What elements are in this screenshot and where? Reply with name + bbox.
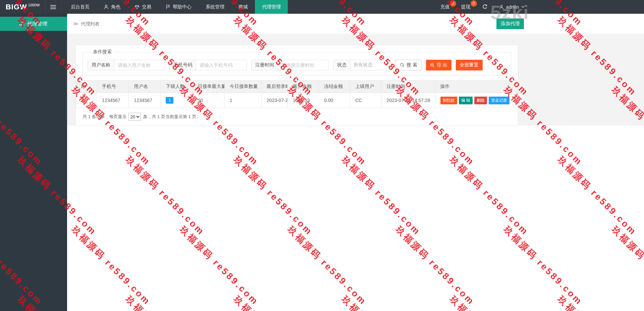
table-header-row: ID 手机号 用户名 下级人数 日接单最大量 今日接单数量 最后登录时... 账… xyxy=(76,81,518,93)
search-icon xyxy=(400,63,405,67)
person-icon xyxy=(104,4,109,9)
username-input[interactable] xyxy=(114,60,165,70)
flag-icon xyxy=(165,4,170,9)
top-navbar: BIGW1000W 后台首页 角色 交易 帮助中心 系统管理 商城 代理管理 充… xyxy=(0,0,644,14)
cell-reg-time: 2023-07-21 14:57:28 xyxy=(381,93,435,108)
col-today-orders: 今日接单数量 xyxy=(224,81,261,93)
pagination: 共 1 条记录，每页显示 20 条，共 1 页当前显示第 1 页。 xyxy=(83,113,511,121)
agent-table: ID 手机号 用户名 下级人数 日接单最大量 今日接单数量 最后登录时... 账… xyxy=(76,80,518,108)
cell-phone: 1234567 xyxy=(97,93,129,108)
nav-item-dashboard[interactable]: 后台首页 xyxy=(64,0,97,14)
cell-balance: 1025.53 xyxy=(287,93,319,108)
scales-icon xyxy=(135,4,140,9)
cell-last-login: 2023-07-2... xyxy=(261,93,287,108)
col-subordinates: 下级人数 xyxy=(161,81,193,93)
subordinates-badge[interactable]: 1 xyxy=(166,97,173,104)
phone-filter-label: 手机号码 xyxy=(170,60,196,70)
cell-today-orders: 1 xyxy=(224,93,261,108)
withdraw-badge: 0 xyxy=(471,0,477,7)
breadcrumb-arrow-icon: ≫ xyxy=(73,21,78,27)
sidebar-item-agent-mgmt[interactable]: 代理管理 xyxy=(0,17,67,31)
nav-item-label: 系统管理 xyxy=(206,4,224,10)
withdraw-label: 提现 xyxy=(461,4,471,9)
nav-item-label: 帮助中心 xyxy=(173,4,192,10)
username-filter-label: 用户名称 xyxy=(88,60,114,70)
pagination-suffix: 条，共 1 页当前显示第 1 页。 xyxy=(143,114,201,120)
page-size-select[interactable]: 20 xyxy=(128,113,141,121)
cell-subordinates: 1 xyxy=(161,93,193,108)
nav-item-roles[interactable]: 角色 xyxy=(97,0,127,14)
fund-records-button[interactable]: 资金记录 xyxy=(489,97,509,104)
status-select[interactable]: 所有状态 ▼ xyxy=(351,60,391,70)
filter-row: 用户名称 手机号码 注册时间 状态 所有状态 ▼ xyxy=(88,60,506,70)
refresh-icon xyxy=(482,4,488,10)
col-last-login: 最后登录时... xyxy=(261,81,287,93)
cell-frozen: 0.00 xyxy=(319,93,350,108)
col-id: ID xyxy=(76,81,97,93)
nav-item-mall[interactable]: 商城 xyxy=(231,0,255,14)
search-fieldset: 条件搜索 用户名称 手机号码 注册时间 状态 所有状态 xyxy=(83,49,511,75)
sidebar: 代理管理 xyxy=(0,14,67,311)
regtime-filter-group: 注册时间 xyxy=(251,60,329,70)
nav-item-label: 后台首页 xyxy=(71,4,90,10)
nav-item-label: 代理管理 xyxy=(262,4,281,10)
phone-input[interactable] xyxy=(196,60,247,70)
cell-max-orders: 50 xyxy=(193,93,224,108)
refresh-button[interactable] xyxy=(482,4,488,10)
col-max-orders: 日接单最大量 xyxy=(193,81,224,93)
recharge-link[interactable]: 充值 0 xyxy=(440,4,450,10)
nav-item-label: 商城 xyxy=(238,4,248,10)
username-filter-group: 用户名称 xyxy=(88,60,165,70)
delete-button[interactable]: 删除 xyxy=(474,97,487,104)
withdraw-link[interactable]: 提现 0 xyxy=(461,4,471,10)
cell-username: 1234567 xyxy=(129,93,161,108)
col-phone: 手机号 xyxy=(97,81,129,93)
regtime-input[interactable] xyxy=(278,60,328,70)
col-actions: 操作 xyxy=(435,81,518,93)
nav-item-trade[interactable]: 交易 xyxy=(127,0,158,14)
nav-item-system-mgmt[interactable]: 系统管理 xyxy=(199,0,231,14)
export-search-icon xyxy=(430,63,435,67)
nav-item-help-center[interactable]: 帮助中心 xyxy=(158,0,199,14)
cell-parent-user: CC xyxy=(350,93,381,108)
recharge-badge: 0 xyxy=(450,0,456,7)
toolbar: ≫代理列表 添加代理 xyxy=(67,14,644,34)
edit-button[interactable]: 编 辑 xyxy=(459,97,473,104)
menu-toggle-icon[interactable] xyxy=(46,0,61,14)
nav-item-agent-mgmt[interactable]: 代理管理 xyxy=(255,0,288,14)
breadcrumb-label: 代理列表 xyxy=(81,21,100,27)
user-menu[interactable]: admin xyxy=(499,4,525,10)
add-agent-button[interactable]: 添加代理 xyxy=(496,18,524,29)
select-arrow-icon: ▼ xyxy=(385,63,388,67)
col-balance: 账户余额 xyxy=(287,81,319,93)
col-frozen: 冻结金额 xyxy=(319,81,350,93)
col-reg-time: 注册时间 xyxy=(381,81,435,93)
nav-item-label: 角色 xyxy=(111,4,120,10)
recharge-label: 充值 xyxy=(440,4,450,9)
cell-id: 2 xyxy=(76,93,97,108)
regtime-filter-label: 注册时间 xyxy=(252,60,278,70)
search-legend: 条件搜索 xyxy=(90,49,114,55)
logo-superscript: 1000W xyxy=(28,3,40,7)
chevron-down-icon xyxy=(521,6,525,8)
search-button[interactable]: 搜 索 xyxy=(395,60,422,70)
user-icon xyxy=(499,5,504,9)
navbar-right-cluster: 充值 0 提现 0 admin xyxy=(440,0,644,14)
username-label: admin xyxy=(506,4,519,10)
sidebar-item-label: 代理管理 xyxy=(27,21,47,27)
adjust-funds-button[interactable]: 加扣款 xyxy=(440,97,457,104)
nav-item-label: 交易 xyxy=(142,4,151,10)
cell-actions: 加扣款编 辑删除资金记录 xyxy=(435,93,518,108)
pagination-prefix: 共 1 条记录，每页显示 xyxy=(83,114,126,120)
reset-all-button[interactable]: 全部重置 xyxy=(456,60,483,70)
main-content: ≫代理列表 添加代理 条件搜索 用户名称 手机号码 注册时间 xyxy=(67,14,644,311)
phone-filter-group: 手机号码 xyxy=(169,60,247,70)
logo-text: BIGW xyxy=(6,3,27,11)
status-filter-label: 状态 xyxy=(333,60,351,70)
export-button[interactable]: 导 出 xyxy=(426,60,451,70)
col-username: 用户名 xyxy=(129,81,161,93)
breadcrumb: ≫代理列表 xyxy=(73,14,100,34)
table-row: 2 1234567 1234567 1 50 1 2023-07-2... 10… xyxy=(76,93,518,108)
main-menu: 后台首页 角色 交易 帮助中心 系统管理 商城 代理管理 xyxy=(64,0,288,14)
status-select-value: 所有状态 xyxy=(354,62,372,68)
